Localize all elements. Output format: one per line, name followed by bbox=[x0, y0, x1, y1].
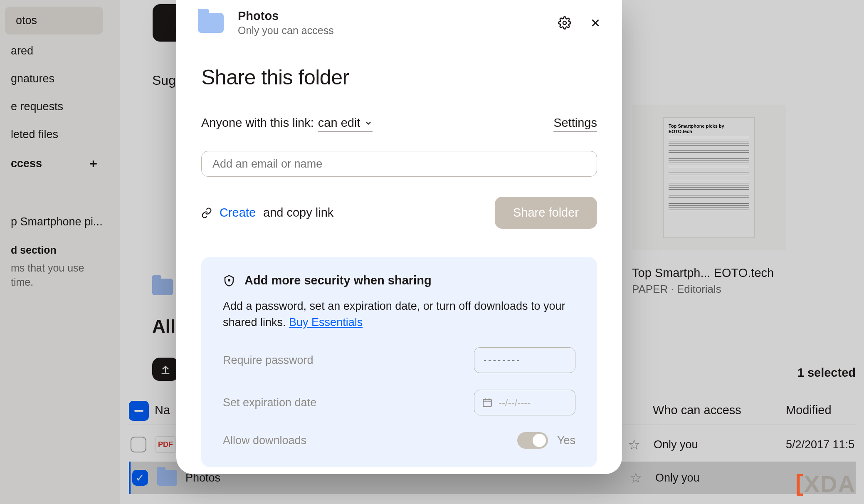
create-link-rest: and copy link bbox=[263, 206, 333, 220]
xda-watermark: [XDA bbox=[795, 470, 856, 497]
modal-access-subtitle: Only you can access bbox=[238, 25, 334, 37]
close-icon[interactable] bbox=[587, 15, 604, 31]
svg-point-0 bbox=[563, 21, 566, 25]
calendar-icon bbox=[482, 397, 493, 408]
chevron-down-icon bbox=[364, 119, 373, 127]
modal-folder-name: Photos bbox=[238, 9, 334, 23]
allow-downloads-toggle[interactable] bbox=[517, 432, 548, 449]
share-button[interactable]: Share folder bbox=[495, 197, 597, 229]
shield-icon bbox=[223, 274, 235, 287]
allow-downloads-label: Allow downloads bbox=[223, 434, 306, 447]
settings-link[interactable]: Settings bbox=[553, 116, 597, 132]
folder-icon bbox=[198, 13, 224, 33]
require-password-label: Require password bbox=[223, 354, 314, 367]
expiration-label: Set expiration date bbox=[223, 396, 316, 409]
password-input[interactable] bbox=[474, 347, 575, 373]
link-row: Create and copy link Share folder bbox=[201, 197, 597, 229]
date-placeholder: --/--/---- bbox=[499, 397, 531, 408]
security-heading-text: Add more security when sharing bbox=[244, 274, 432, 287]
gear-icon[interactable] bbox=[556, 15, 573, 31]
access-row: Anyone with this link: can edit Settings bbox=[201, 116, 597, 132]
svg-rect-2 bbox=[483, 400, 491, 407]
buy-essentials-link[interactable]: Buy Essentials bbox=[289, 316, 363, 329]
access-level-value: can edit bbox=[318, 116, 360, 130]
allow-downloads-row: Allow downloads Yes bbox=[223, 432, 575, 449]
security-panel: Add more security when sharing Add a pas… bbox=[201, 257, 597, 467]
access-prefix: Anyone with this link: bbox=[201, 116, 314, 130]
modal-title: Share this folder bbox=[201, 65, 597, 89]
recipient-input[interactable] bbox=[201, 151, 597, 177]
share-modal: Photos Only you can access Share this fo… bbox=[176, 0, 622, 474]
modal-body: Share this folder Anyone with this link:… bbox=[176, 46, 622, 474]
access-level-select[interactable]: can edit bbox=[318, 116, 373, 132]
security-heading: Add more security when sharing bbox=[223, 274, 575, 287]
toggle-state-label: Yes bbox=[557, 434, 575, 447]
security-description: Add a password, set an expiration date, … bbox=[223, 298, 575, 331]
create-link-blue: Create bbox=[220, 206, 256, 220]
svg-point-1 bbox=[228, 279, 230, 281]
require-password-row: Require password bbox=[223, 347, 575, 373]
expiration-row: Set expiration date --/--/---- bbox=[223, 390, 575, 415]
expiration-input[interactable]: --/--/---- bbox=[474, 390, 575, 415]
link-icon bbox=[201, 208, 212, 218]
modal-header: Photos Only you can access bbox=[176, 0, 622, 46]
create-link-button[interactable]: Create and copy link bbox=[201, 206, 333, 220]
